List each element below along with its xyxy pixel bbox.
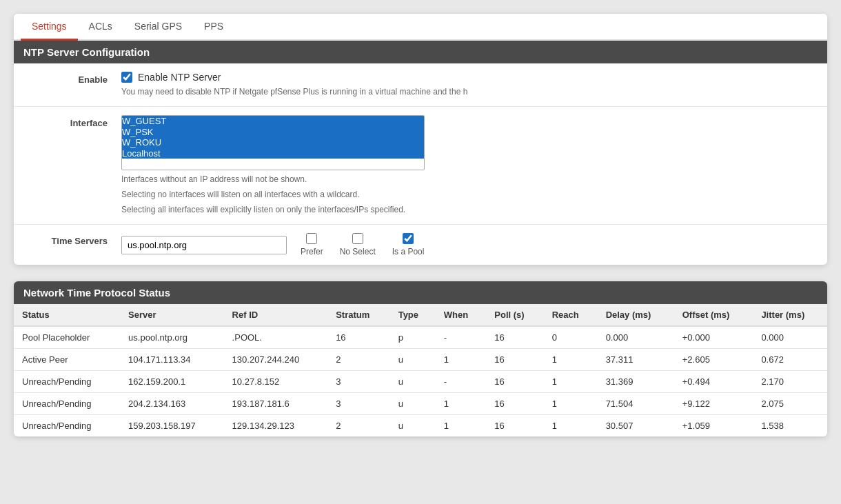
cell-status: Active Peer — [14, 349, 120, 371]
config-card: Settings ACLs Serial GPS PPS NTP Server … — [14, 14, 827, 265]
tab-bar: Settings ACLs Serial GPS PPS — [14, 14, 827, 41]
cell-type: p — [390, 326, 436, 349]
cell-poll: 16 — [486, 415, 543, 437]
time-server-options: Prefer No Select Is a Pool — [301, 233, 424, 256]
table-row: Unreach/Pending162.159.200.110.27.8.1523… — [14, 371, 827, 393]
time-servers-label: Time Servers — [25, 233, 121, 246]
cell-refId: .POOL. — [224, 326, 328, 349]
cell-refId: 193.187.181.6 — [224, 393, 328, 415]
interface-select[interactable]: W_GUEST W_PSK W_ROKU Localhost — [121, 115, 425, 170]
cell-offset: +0.000 — [674, 326, 753, 349]
col-reach: Reach — [544, 304, 598, 326]
cell-stratum: 3 — [327, 371, 390, 393]
is-pool-checkbox[interactable] — [403, 233, 414, 244]
cell-refId: 10.27.8.152 — [224, 371, 328, 393]
interface-hint1: Interfaces without an IP address will no… — [121, 173, 816, 185]
cell-stratum: 2 — [327, 349, 390, 371]
cell-jitter: 0.672 — [753, 349, 827, 371]
cell-offset: +0.494 — [674, 371, 753, 393]
cell-poll: 16 — [486, 326, 543, 349]
cell-when: 1 — [436, 349, 487, 371]
cell-refId: 129.134.29.123 — [224, 415, 328, 437]
col-ref-id: Ref ID — [224, 304, 328, 326]
prefer-label: Prefer — [301, 247, 323, 256]
col-server: Server — [120, 304, 224, 326]
enable-checkbox[interactable] — [121, 72, 132, 83]
cell-server: 104.171.113.34 — [120, 349, 224, 371]
tab-acls[interactable]: ACLs — [78, 14, 123, 41]
tab-settings[interactable]: Settings — [21, 14, 78, 41]
cell-offset: +2.605 — [674, 349, 753, 371]
status-table-head: Status Server Ref ID Stratum Type When P… — [14, 304, 827, 326]
col-jitter: Jitter (ms) — [753, 304, 827, 326]
cell-type: u — [390, 371, 436, 393]
cell-poll: 16 — [486, 371, 543, 393]
cell-delay: 31.369 — [598, 371, 674, 393]
prefer-item: Prefer — [301, 233, 323, 256]
cell-refId: 130.207.244.240 — [224, 349, 328, 371]
time-server-input[interactable] — [121, 236, 287, 254]
cell-when: - — [436, 326, 487, 349]
cell-reach: 1 — [544, 349, 598, 371]
cell-server: 204.2.134.163 — [120, 393, 224, 415]
cell-poll: 16 — [486, 393, 543, 415]
cell-status: Pool Placeholder — [14, 326, 120, 349]
cell-type: u — [390, 393, 436, 415]
table-row: Pool Placeholderus.pool.ntp.org.POOL.16p… — [14, 326, 827, 349]
cell-status: Unreach/Pending — [14, 371, 120, 393]
is-pool-item: Is a Pool — [392, 233, 425, 256]
cell-type: u — [390, 349, 436, 371]
is-pool-label: Is a Pool — [392, 247, 425, 256]
col-offset: Offset (ms) — [674, 304, 753, 326]
col-stratum: Stratum — [327, 304, 390, 326]
status-table-body: Pool Placeholderus.pool.ntp.org.POOL.16p… — [14, 326, 827, 436]
no-select-label: No Select — [340, 247, 376, 256]
interface-content: W_GUEST W_PSK W_ROKU Localhost Interface… — [121, 115, 816, 216]
status-card: Network Time Protocol Status Status Serv… — [14, 281, 827, 436]
table-row: Unreach/Pending159.203.158.197129.134.29… — [14, 415, 827, 437]
cell-offset: +1.059 — [674, 415, 753, 437]
enable-label: Enable — [25, 72, 121, 85]
table-row: Unreach/Pending204.2.134.163193.187.181.… — [14, 393, 827, 415]
cell-delay: 71.504 — [598, 393, 674, 415]
cell-status: Unreach/Pending — [14, 415, 120, 437]
cell-jitter: 0.000 — [753, 326, 827, 349]
tab-pps[interactable]: PPS — [193, 14, 234, 41]
cell-delay: 30.507 — [598, 415, 674, 437]
tab-serial-gps[interactable]: Serial GPS — [123, 14, 193, 41]
cell-server: us.pool.ntp.org — [120, 326, 224, 349]
time-servers-content: Prefer No Select Is a Pool — [121, 233, 816, 256]
interface-hint2: Selecting no interfaces will listen on a… — [121, 188, 816, 201]
cell-type: u — [390, 415, 436, 437]
cell-jitter: 1.538 — [753, 415, 827, 437]
status-table-wrapper: Status Server Ref ID Stratum Type When P… — [14, 304, 827, 436]
cell-reach: 1 — [544, 415, 598, 437]
no-select-item: No Select — [340, 233, 376, 256]
status-table: Status Server Ref ID Stratum Type When P… — [14, 304, 827, 436]
config-section-header: NTP Server Configuration — [14, 41, 827, 63]
no-select-checkbox[interactable] — [352, 233, 363, 244]
cell-poll: 16 — [486, 349, 543, 371]
cell-jitter: 2.075 — [753, 393, 827, 415]
interface-label: Interface — [25, 115, 121, 128]
cell-when: 1 — [436, 393, 487, 415]
cell-reach: 1 — [544, 393, 598, 415]
cell-stratum: 3 — [327, 393, 390, 415]
col-poll: Poll (s) — [486, 304, 543, 326]
cell-delay: 0.000 — [598, 326, 674, 349]
cell-status: Unreach/Pending — [14, 393, 120, 415]
interface-row: Interface W_GUEST W_PSK W_ROKU Localhost… — [14, 107, 827, 225]
config-form: Enable Enable NTP Server You may need to… — [14, 63, 827, 265]
status-table-header-row: Status Server Ref ID Stratum Type When P… — [14, 304, 827, 326]
enable-hint: You may need to disable NTP if Netgate p… — [121, 85, 816, 98]
table-row: Active Peer104.171.113.34130.207.244.240… — [14, 349, 827, 371]
cell-server: 159.203.158.197 — [120, 415, 224, 437]
cell-offset: +9.122 — [674, 393, 753, 415]
cell-delay: 37.311 — [598, 349, 674, 371]
cell-when: 1 — [436, 415, 487, 437]
time-servers-row: Time Servers Prefer No Select — [14, 225, 827, 265]
col-delay: Delay (ms) — [598, 304, 674, 326]
cell-jitter: 2.170 — [753, 371, 827, 393]
cell-stratum: 2 — [327, 415, 390, 437]
prefer-checkbox[interactable] — [306, 233, 317, 244]
